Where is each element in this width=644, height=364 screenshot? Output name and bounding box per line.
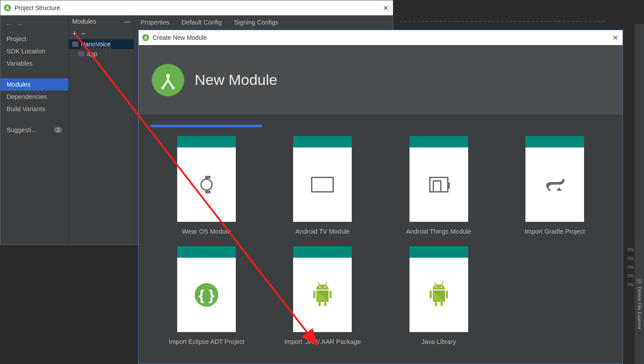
template-label: Android Things Module	[406, 228, 471, 235]
tree-item-label: NanoVoice	[81, 41, 111, 48]
things-icon	[410, 147, 468, 222]
new-module-titlebar: Create New Module ✕	[139, 30, 623, 45]
sidebar-item-suggesti-[interactable]: Suggesti...2	[0, 124, 68, 136]
sidebar-item-build-variants[interactable]: Build Variants	[0, 103, 68, 115]
svg-rect-12	[324, 301, 326, 306]
sidebar-item-label: Variables	[7, 60, 32, 67]
template-label: Java Library	[421, 338, 456, 345]
svg-line-4	[318, 282, 319, 285]
sidebar-item-label: Suggesti...	[7, 126, 37, 133]
nav-arrows: ← →	[0, 18, 68, 33]
tv-icon	[293, 147, 352, 222]
template-card	[410, 246, 468, 332]
template-import-jar-aar-package[interactable]: Import .JAR/.AAR Package	[267, 246, 378, 345]
card-header-bar	[293, 136, 352, 147]
new-module-hero: New Module	[139, 45, 623, 115]
svg-point-7	[325, 286, 326, 287]
sidebar-item-sdk-location[interactable]: SDK Location	[0, 45, 68, 57]
tab-signing-configs[interactable]: Signing Configs	[234, 19, 279, 26]
svg-rect-11	[318, 301, 321, 306]
svg-rect-21	[441, 301, 443, 306]
svg-point-2	[172, 87, 175, 89]
template-card	[525, 136, 584, 222]
svg-point-15	[435, 286, 437, 287]
sidebar-item-modules[interactable]: Modules	[0, 78, 68, 91]
gradle-icon	[525, 147, 584, 222]
template-android-things-module[interactable]: Android Things Module	[383, 136, 494, 235]
modules-list-panel: Modules — + − NanoVoiceapp	[69, 15, 134, 245]
android-icon	[293, 258, 352, 332]
close-icon[interactable]: ✕	[612, 34, 618, 42]
collapse-icon[interactable]: —	[124, 18, 131, 25]
new-module-window-title: Create New Module	[153, 34, 207, 41]
template-card	[177, 136, 236, 222]
card-header-bar	[410, 246, 468, 258]
svg-rect-10	[329, 290, 332, 298]
svg-point-16	[441, 286, 442, 287]
project-structure-titlebar: Project Structure ✕	[0, 0, 393, 15]
device-file-explorer-tab[interactable]: Device File Explorer	[637, 287, 642, 329]
sidebar-item-label: SDK Location	[7, 48, 46, 55]
template-label: Import .JAR/.AAR Package	[284, 338, 361, 345]
back-icon[interactable]: ←	[5, 21, 12, 28]
module-tree-item[interactable]: app	[69, 49, 134, 59]
android-icon	[410, 258, 468, 332]
svg-rect-20	[435, 301, 437, 306]
template-label: Import Gradle Project	[525, 228, 585, 235]
drop-zone-indicator	[400, 21, 605, 29]
badge: 2	[54, 127, 62, 133]
template-label: Android TV Module	[295, 228, 350, 235]
project-structure-title: Project Structure	[14, 4, 60, 11]
card-header-bar	[410, 136, 468, 147]
tree-item-label: app	[87, 50, 97, 57]
tab-default-config[interactable]: Default Config	[182, 19, 222, 26]
sidebar-item-label: Dependencies	[7, 93, 47, 100]
svg-line-14	[442, 282, 443, 285]
template-java-library[interactable]: Java Library	[383, 246, 494, 345]
template-gallery: Wear OS ModuleAndroid TV ModuleAndroid T…	[139, 115, 623, 364]
sidebar-item-dependencies[interactable]: Dependencies	[0, 91, 68, 103]
android-studio-icon	[4, 4, 11, 11]
right-tool-gutter[interactable]: ▤ Device File Explorer	[634, 24, 644, 364]
svg-point-1	[161, 87, 164, 89]
brackets-icon: { }	[177, 258, 236, 332]
close-icon[interactable]: ✕	[383, 4, 388, 12]
forward-icon[interactable]: →	[16, 21, 23, 28]
svg-point-6	[319, 286, 321, 287]
folder-icon	[72, 42, 78, 47]
svg-line-5	[326, 282, 327, 285]
card-header-bar	[525, 136, 584, 147]
card-header-bar	[293, 246, 352, 258]
sidebar-item-label: Project	[7, 35, 26, 42]
new-module-heading: New Module	[195, 71, 277, 88]
template-wear-os-module[interactable]: Wear OS Module	[151, 136, 262, 235]
template-label: Wear OS Module	[182, 228, 231, 235]
project-structure-sidebar: ← → ProjectSDK LocationVariablesModulesD…	[0, 15, 69, 245]
sidebar-item-project[interactable]: Project	[0, 33, 68, 45]
svg-rect-19	[446, 290, 448, 298]
card-header-bar	[177, 136, 236, 147]
remove-module-icon[interactable]: −	[81, 29, 86, 38]
svg-line-13	[434, 282, 436, 285]
modules-header: Modules	[72, 18, 96, 25]
card-header-bar	[177, 246, 236, 258]
template-card	[293, 246, 352, 332]
tab-properties[interactable]: Properties	[140, 19, 169, 26]
template-card	[410, 136, 468, 222]
template-card	[293, 136, 352, 222]
sidebar-item-variables[interactable]: Variables	[0, 57, 68, 70]
add-module-icon[interactable]: +	[72, 29, 77, 38]
folder-icon	[78, 51, 84, 56]
template-import-eclipse-adt-project[interactable]: { }Import Eclipse ADT Project	[151, 246, 262, 345]
sidebar-item-label: Modules	[7, 81, 31, 88]
module-tree-item[interactable]: NanoVoice	[69, 39, 134, 49]
android-studio-icon	[142, 34, 149, 41]
svg-rect-9	[313, 290, 315, 298]
android-studio-logo	[152, 64, 184, 96]
template-android-tv-module[interactable]: Android TV Module	[267, 136, 378, 235]
create-new-module-dialog: Create New Module ✕ New Module Wear OS M…	[138, 30, 623, 364]
template-import-gradle-project[interactable]: Import Gradle Project	[499, 136, 610, 235]
doc-icon: ▤	[637, 278, 642, 284]
template-label: Import Eclipse ADT Project	[169, 338, 245, 345]
svg-point-3	[560, 181, 561, 182]
